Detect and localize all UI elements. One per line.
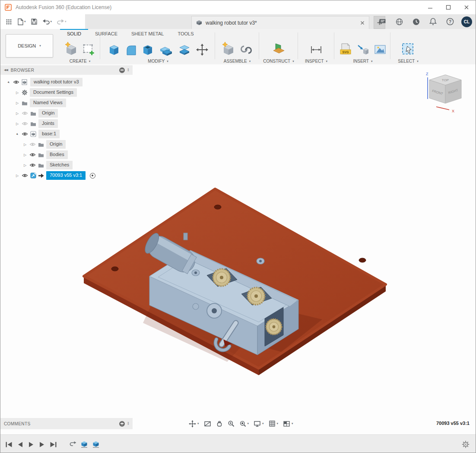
- close-tab-button[interactable]: [360, 21, 365, 25]
- tab-sheet-metal[interactable]: SHEET METAL: [124, 29, 171, 37]
- browser-header[interactable]: ◀◀ BROWSER ‖: [0, 65, 133, 75]
- zoom-button[interactable]: [226, 420, 236, 427]
- press-pull-button[interactable]: [106, 43, 122, 57]
- timeline-feature-component[interactable]: [80, 440, 88, 448]
- close-button[interactable]: [457, 0, 476, 14]
- tree-item-sketches[interactable]: ▷ Sketches: [0, 160, 133, 170]
- collapse-node-icon[interactable]: ▾: [6, 79, 11, 85]
- group-assemble-label[interactable]: ASSEMBLE: [224, 59, 247, 64]
- expand-node-icon[interactable]: ▷: [15, 112, 19, 115]
- tree-item-bodies[interactable]: ▷ Bodies: [0, 150, 133, 160]
- grid-snaps-button[interactable]: ▾: [267, 420, 280, 427]
- visibility-eye-icon[interactable]: [22, 132, 28, 136]
- expand-node-icon[interactable]: ▷: [15, 174, 19, 178]
- expand-node-icon[interactable]: ▷: [15, 91, 19, 95]
- tree-item-label[interactable]: walking robot tutor v3: [30, 78, 83, 86]
- job-status-button[interactable]: [410, 16, 422, 27]
- file-menu-button[interactable]: ▾: [15, 16, 28, 27]
- save-button[interactable]: [29, 16, 39, 27]
- visibility-eye-off-icon[interactable]: [22, 111, 28, 115]
- ground-indicator-icon[interactable]: [90, 173, 95, 179]
- group-inspect-label[interactable]: INSPECT: [305, 59, 324, 64]
- move-copy-button[interactable]: [194, 43, 210, 57]
- tree-item-base-origin[interactable]: ▷ Origin: [0, 139, 133, 150]
- timeline-settings-button[interactable]: [462, 440, 476, 448]
- web-button[interactable]: [393, 16, 405, 27]
- collapse-panel-icon[interactable]: ◀◀: [4, 68, 8, 72]
- notifications-button[interactable]: [427, 16, 439, 27]
- expand-node-icon[interactable]: ▷: [23, 143, 27, 147]
- collapse-node-icon[interactable]: ▾: [14, 131, 20, 137]
- redo-button[interactable]: ▾: [55, 16, 68, 27]
- view-cube[interactable]: Z TOP FRONT RIGHT X: [422, 70, 473, 119]
- insert-canvas-button[interactable]: [372, 43, 388, 57]
- tree-item-label[interactable]: Named Views: [30, 99, 66, 107]
- measure-button[interactable]: [308, 43, 324, 57]
- tree-item-label[interactable]: Sketches: [46, 161, 73, 169]
- tree-item-document-settings[interactable]: ▷ Document Settings: [0, 87, 133, 98]
- tree-item-base[interactable]: ▾ base:1: [0, 129, 133, 139]
- tree-item-label[interactable]: Bodies: [46, 150, 68, 159]
- expand-node-icon[interactable]: ▷: [23, 163, 27, 167]
- display-settings-button[interactable]: ▾: [252, 421, 266, 427]
- minimize-button[interactable]: [421, 0, 439, 14]
- tree-item-origin[interactable]: ▷ Origin: [0, 108, 133, 118]
- timeline-feature-component[interactable]: [92, 440, 100, 448]
- tab-tools[interactable]: TOOLS: [171, 29, 200, 37]
- undo-button[interactable]: ▾: [41, 16, 54, 27]
- tab-surface[interactable]: SURFACE: [88, 29, 124, 37]
- tree-item-label-selected[interactable]: 70093 v55 v3:1: [46, 171, 86, 179]
- visibility-eye-icon[interactable]: [13, 80, 19, 84]
- expand-node-icon[interactable]: ▷: [23, 153, 27, 157]
- tree-item-named-views[interactable]: ▷ Named Views: [0, 98, 133, 108]
- select-button[interactable]: [400, 42, 416, 57]
- tree-item-label[interactable]: Joints: [38, 119, 58, 128]
- timeline-return-button[interactable]: [69, 441, 76, 448]
- step-back-button[interactable]: [18, 442, 23, 447]
- viewports-button[interactable]: ▾: [281, 421, 295, 427]
- step-forward-button[interactable]: [39, 442, 44, 447]
- minimize-panel-icon[interactable]: [119, 67, 125, 73]
- fillet-button[interactable]: [124, 43, 138, 57]
- joint-button[interactable]: [238, 43, 254, 57]
- group-construct-label[interactable]: CONSTRUCT: [263, 59, 290, 64]
- construct-plane-button[interactable]: [270, 42, 287, 57]
- offset-face-button[interactable]: [176, 43, 193, 57]
- go-to-end-button[interactable]: [50, 442, 57, 447]
- group-select-label[interactable]: SELECT: [398, 59, 415, 64]
- insert-svg-button[interactable]: SVG: [338, 42, 353, 57]
- tree-item-label[interactable]: Document Settings: [30, 88, 77, 96]
- app-grid-button[interactable]: [4, 16, 14, 27]
- expand-node-icon[interactable]: ▷: [15, 101, 19, 105]
- shell-button[interactable]: [140, 43, 155, 57]
- tab-solid[interactable]: SOLID: [60, 29, 88, 37]
- visibility-eye-off-icon[interactable]: [22, 121, 28, 126]
- panel-grip-icon[interactable]: ‖: [127, 421, 129, 426]
- pan-button[interactable]: [214, 420, 225, 427]
- group-create-label[interactable]: CREATE: [70, 59, 87, 64]
- visibility-eye-icon[interactable]: [29, 163, 36, 167]
- expand-node-icon[interactable]: ▷: [15, 122, 19, 126]
- comments-button[interactable]: [377, 16, 388, 27]
- create-sketch-button[interactable]: [81, 42, 97, 57]
- tree-item-label[interactable]: Origin: [46, 140, 66, 148]
- tree-item-70093[interactable]: ▷ 70093 v55 v3:1: [0, 170, 133, 181]
- document-tab[interactable]: walking robot tutor v3*: [191, 16, 369, 29]
- visibility-eye-off-icon[interactable]: [29, 142, 36, 147]
- new-body-button[interactable]: [63, 41, 79, 57]
- tree-item-label[interactable]: Origin: [38, 109, 58, 117]
- visibility-eye-icon[interactable]: [22, 173, 28, 178]
- workspace-selector[interactable]: DESIGN ▾: [6, 34, 53, 57]
- panel-grip-icon[interactable]: ‖: [127, 68, 129, 72]
- tree-item-joints[interactable]: ▷ Joints: [0, 118, 133, 129]
- orbit-button[interactable]: ▾: [187, 420, 201, 427]
- group-modify-label[interactable]: MODIFY: [148, 59, 165, 64]
- group-insert-label[interactable]: INSERT: [353, 59, 369, 64]
- tree-item-label[interactable]: base:1: [38, 130, 60, 138]
- visibility-eye-icon[interactable]: [29, 153, 36, 157]
- play-button[interactable]: [29, 442, 34, 447]
- insert-derive-button[interactable]: [355, 43, 371, 57]
- tree-item-root[interactable]: ▾ walking robot tutor v3: [0, 77, 133, 87]
- help-button[interactable]: ?: [444, 16, 456, 27]
- combine-button[interactable]: [157, 43, 175, 57]
